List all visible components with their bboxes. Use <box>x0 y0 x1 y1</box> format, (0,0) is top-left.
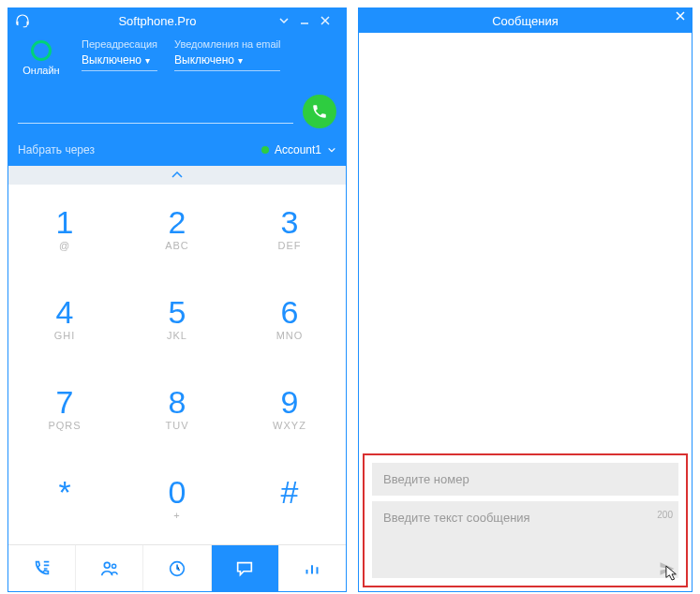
key-2[interactable]: 2ABC <box>121 185 233 275</box>
chevron-down-icon: ▾ <box>238 55 243 66</box>
key-5[interactable]: 5JKL <box>121 275 233 364</box>
collapse-handle[interactable] <box>8 166 346 185</box>
tab-stats[interactable] <box>279 545 346 591</box>
dial-through-label: Набрать через <box>18 143 95 156</box>
key-6[interactable]: 6MNO <box>233 275 346 364</box>
contacts-icon <box>99 558 120 579</box>
presence-label: Онлайн <box>22 65 59 76</box>
key-hash[interactable]: # <box>233 454 346 544</box>
dial-input[interactable] <box>18 99 293 124</box>
chevron-down-icon <box>327 145 336 155</box>
account-selector[interactable]: Account1 <box>261 143 336 156</box>
phone-icon <box>311 103 328 120</box>
titlebar: Softphone.Pro <box>8 8 346 33</box>
headset-icon <box>14 12 31 29</box>
key-4[interactable]: 4GHI <box>8 275 121 364</box>
clock-icon <box>167 558 187 579</box>
key-0[interactable]: 0+ <box>121 454 233 544</box>
forwarding-value: Выключено <box>82 53 141 67</box>
status-dot-icon <box>261 146 269 154</box>
cursor-icon <box>665 565 678 582</box>
presence-status[interactable]: Онлайн <box>18 38 65 76</box>
close-button[interactable] <box>320 15 340 26</box>
tab-calls[interactable] <box>8 545 76 591</box>
messages-title: Сообщения <box>492 14 559 28</box>
messages-titlebar: Сообщения <box>359 8 692 33</box>
bars-icon <box>302 558 322 579</box>
phone-list-icon <box>32 558 52 579</box>
forwarding-dropdown[interactable]: Переадресация Выключено ▾ <box>82 38 157 71</box>
key-3[interactable]: 3DEF <box>233 185 346 275</box>
svg-point-1 <box>112 564 115 568</box>
notifications-caption: Уведомления на email <box>174 38 280 50</box>
header-area: Онлайн Переадресация Выключено ▾ Уведомл… <box>8 33 346 166</box>
forwarding-caption: Переадресация <box>82 38 157 50</box>
char-counter: 200 <box>657 510 673 520</box>
account-name: Account1 <box>275 143 321 156</box>
collapse-button[interactable] <box>278 15 299 26</box>
tab-contacts[interactable] <box>76 545 143 591</box>
tab-history[interactable] <box>143 545 211 591</box>
key-9[interactable]: 9WXYZ <box>233 364 346 454</box>
presence-ring-icon <box>31 40 52 61</box>
compose-panel: 200 <box>363 453 688 587</box>
window-title: Softphone.Pro <box>37 14 278 28</box>
softphone-window: Softphone.Pro Онлайн Переадресация Выклю… <box>7 7 347 592</box>
minimize-button[interactable] <box>299 15 320 26</box>
close-button[interactable] <box>675 10 686 22</box>
chat-icon <box>234 558 255 579</box>
recipient-input[interactable] <box>372 463 678 496</box>
svg-point-0 <box>104 562 110 568</box>
key-1[interactable]: 1@ <box>8 185 121 275</box>
notifications-dropdown[interactable]: Уведомления на email Выключено ▾ <box>174 38 280 71</box>
messages-list <box>359 33 692 450</box>
key-8[interactable]: 8TUV <box>121 364 233 454</box>
call-button[interactable] <box>303 95 336 128</box>
tab-messages[interactable] <box>212 545 279 591</box>
chevron-down-icon: ▾ <box>145 55 150 66</box>
key-star[interactable]: * <box>8 454 121 544</box>
key-7[interactable]: 7PQRS <box>8 364 121 454</box>
bottom-tabs <box>8 544 346 591</box>
chevron-up-icon <box>171 171 184 180</box>
keypad: 1@ 2ABC 3DEF 4GHI 5JKL 6MNO 7PQRS 8TUV 9… <box>8 185 346 544</box>
messages-window: Сообщения 200 <box>358 7 693 592</box>
message-textarea[interactable] <box>372 501 678 578</box>
notifications-value: Выключено <box>174 53 234 67</box>
